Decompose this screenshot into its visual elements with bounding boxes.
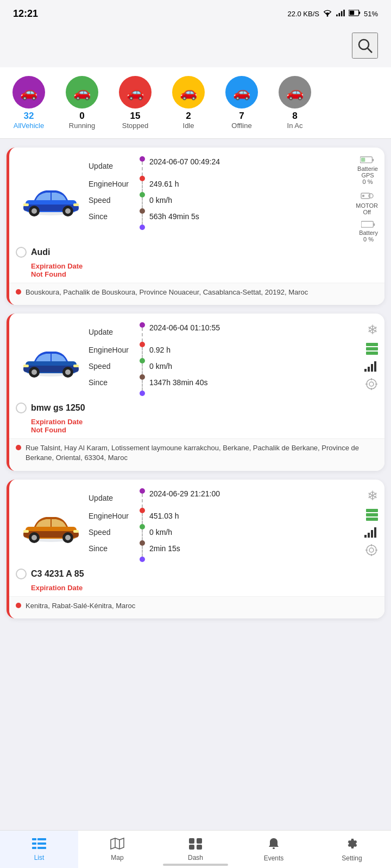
tab-label-stopped: Stopped [122,122,148,130]
svg-rect-3 [341,11,343,16]
snowflake-icon-c3: ❄ [367,488,378,503]
update-value-c3: 2024-06-29 21:21:00 [149,489,337,498]
location-audi: Bouskoura, Pachalik de Bouskoura, Provin… [9,283,384,305]
list-icon [32,838,46,853]
svg-rect-76 [197,845,202,850]
speed-label-bmw: Speed [89,362,110,371]
svg-rect-73 [189,838,194,844]
location-dot-bmw [16,445,21,450]
svg-rect-2 [338,13,340,16]
location-c3: Kenitra, Rabat-Salé-Kénitra, Maroc [9,596,384,618]
gps-pct-audi: 0 % [363,178,373,185]
tab-icon-all: 🚗 [12,76,45,108]
vehicle-data-c3: Update 2024-06-29 21:21:00 EngineHour 45… [86,488,337,564]
svg-rect-21 [361,158,365,162]
svg-point-8 [359,40,369,49]
engine-label-audi: EngineHour [89,180,129,188]
nav-map[interactable]: Map [78,831,156,868]
update-value-audi: 2024-06-07 00:49:24 [149,157,337,166]
vehicle-card-audi[interactable]: Update 2024-06-07 00:49:24 EngineHour [7,148,384,305]
svg-rect-7 [350,10,354,15]
update-label-bmw: Update [89,328,113,336]
tab-stopped[interactable]: 🚗 15 Stopped [111,74,160,132]
svg-rect-74 [197,838,202,844]
svg-rect-65 [32,838,36,840]
svg-rect-37 [368,367,370,372]
nav-events-label: Events [264,854,284,862]
svg-rect-39 [374,361,376,372]
bottom-navigation: List Map Dash Eve [0,830,391,868]
svg-rect-34 [73,365,79,367]
tab-offline[interactable]: 🚗 7 Offline [217,74,266,132]
svg-point-14 [31,208,37,214]
battery-bars [366,343,378,355]
search-button[interactable] [352,33,378,59]
battery2-icon-audi [361,221,376,229]
tab-label-inac: In Ac [287,122,303,130]
tab-count-all: 32 [24,111,34,122]
filter-tabs: 🚗 32 AllVehicle 🚗 0 Running 🚗 15 Stopped… [0,67,391,139]
tab-icon-idle: 🚗 [172,76,205,108]
svg-point-59 [367,545,376,555]
since-label-audi: Since [89,212,108,221]
vehicle-data-bmw: Update 2024-06-04 01:10:55 EngineHour 0.… [86,322,337,398]
tab-count-stopped: 15 [130,111,141,122]
location-text-audi: Bouskoura, Pachalik de Bouskoura, Provin… [26,288,308,297]
vehicle-data-audi: Update 2024-06-07 00:49:24 EngineHour [86,156,337,242]
tab-count-inac: 8 [292,111,297,122]
network-speed: 22.0 KB/S [287,10,319,18]
dash-icon [188,838,203,853]
svg-point-23 [369,194,373,198]
vehicle-name-c3: C3 4231 A 85 [31,569,84,579]
vehicle-list: Update 2024-06-07 00:49:24 EngineHour [0,139,391,679]
nav-map-label: Map [111,854,123,861]
svg-rect-4 [343,9,345,16]
svg-point-31 [31,369,37,375]
nav-list-label: List [34,854,45,861]
since-label-c3: Since [89,544,108,553]
svg-rect-6 [359,11,361,14]
nav-events[interactable]: Events [235,831,313,868]
svg-rect-58 [374,527,376,538]
status-bar: 12:21 22.0 KB/S 51% [0,0,391,27]
svg-rect-66 [37,838,46,840]
engine-value-c3: 451.03 h [149,512,337,520]
batterie-label-audi: Batterie [357,165,378,172]
nav-dash[interactable]: Dash [156,831,235,868]
tab-running[interactable]: 🚗 0 Running [58,74,106,132]
motor-audi: MOTOR Off [356,190,378,215]
svg-line-9 [368,48,372,53]
location-text-bmw: Rue Talsint, Hay Al Karam, Lotissement l… [26,443,378,463]
vehicle-name-audi: Audi [31,247,51,257]
battery-gps-audi: Batterie GPS 0 % [357,156,378,185]
vehicle-image-bmw [16,322,86,398]
svg-rect-54 [23,530,29,533]
svg-point-16 [65,208,71,214]
vehicle-right-bmw: ❄ [337,322,378,398]
tab-inac[interactable]: 🚗 8 In Ac [270,74,319,132]
tab-all-vehicle[interactable]: 🚗 32 AllVehicle [4,74,53,132]
speed-value-c3: 0 km/h [149,528,337,537]
svg-rect-57 [371,530,373,538]
svg-rect-24 [362,195,364,197]
vehicle-card-bmw[interactable]: Update 2024-06-04 01:10:55 EngineHour 0.… [7,314,384,470]
svg-rect-36 [364,369,367,372]
since-value-audi: 563h 49min 5s [149,212,337,221]
location-bmw: Rue Talsint, Hay Al Karam, Lotissement l… [9,438,384,470]
tab-idle[interactable]: 🚗 2 Idle [164,74,213,132]
svg-rect-75 [189,845,194,850]
map-icon [110,838,124,853]
vehicle-image-c3 [16,488,86,564]
nav-setting[interactable]: Setting [313,831,391,868]
svg-rect-55 [364,535,367,538]
vehicle-name-section-c3: C3 4231 A 85 [9,566,384,584]
svg-rect-35 [23,365,29,367]
svg-rect-67 [32,843,36,845]
svg-point-50 [31,535,37,540]
vehicle-image-audi [16,156,86,242]
update-value-bmw: 2024-06-04 01:10:55 [149,323,337,332]
vehicle-name-bmw: bmw gs 1250 [31,403,85,413]
vehicle-card-c3[interactable]: Update 2024-06-29 21:21:00 EngineHour 45… [7,480,384,618]
nav-list[interactable]: List [0,831,78,868]
svg-rect-68 [37,843,46,845]
